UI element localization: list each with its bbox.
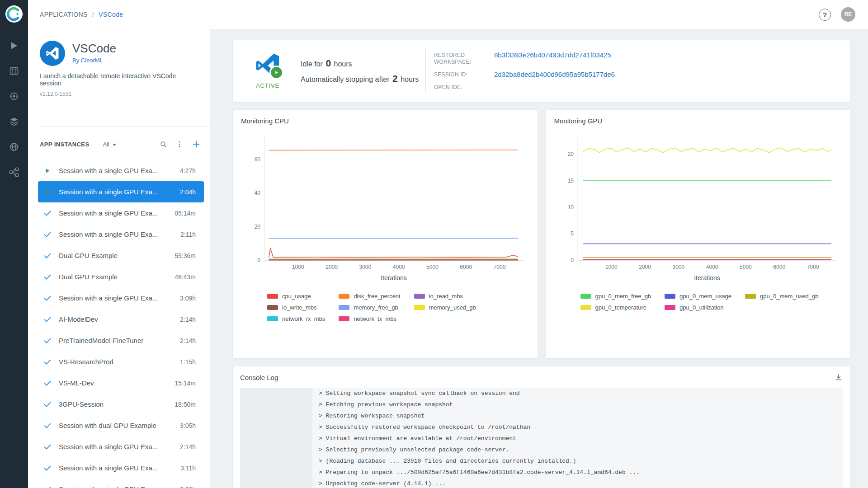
legend-label: io_write_mbs: [282, 304, 317, 311]
app-header: VSCode By ClearML: [28, 29, 210, 66]
instances-filter-dropdown[interactable]: All: [103, 141, 116, 148]
console-log-row: > (Reading database ... 23910 files and …: [240, 455, 843, 467]
instance-name: VS-ResearchProd: [59, 358, 175, 366]
download-icon[interactable]: [834, 373, 843, 382]
running-play-icon: [42, 167, 52, 174]
legend-item[interactable]: network_tx_mbs: [339, 315, 400, 322]
completed-check-icon: [42, 485, 52, 488]
svg-text:2000: 2000: [639, 264, 651, 270]
instance-duration: 4:27h: [180, 167, 196, 174]
instance-name: Dual GPU Example: [59, 252, 170, 259]
legend-item[interactable]: io_read_mbs: [414, 293, 476, 300]
idle-prefix: Idle for: [301, 60, 323, 68]
datasets-icon[interactable]: [8, 116, 20, 127]
legend-item[interactable]: network_rx_mbs: [267, 315, 325, 322]
svg-text:15: 15: [567, 178, 574, 184]
log-message: > Virtual environment are available at /…: [312, 433, 843, 444]
instance-row[interactable]: Dual GPU Example46:43m: [38, 266, 204, 287]
instance-name: Session with a single GPU Exa...: [59, 443, 175, 450]
kebab-menu-icon[interactable]: [175, 140, 184, 148]
legend-item[interactable]: gpu_0_mem_free_gb: [580, 293, 651, 300]
legend-label: memory_free_gb: [354, 304, 398, 311]
session-status-card: ACTIVE Idle for 0 hours Automatically st…: [232, 40, 851, 102]
instance-row[interactable]: 3GPU-Session18:50m: [38, 394, 204, 415]
instance-row[interactable]: Session with a single GPU Exa...2:22h: [38, 479, 204, 488]
search-icon[interactable]: [159, 140, 168, 149]
status-field-value[interactable]: 2d32ba8ded2b400d96d95a95b5177de6: [494, 70, 615, 78]
console-log-row: > Restoring workspace snapshot: [240, 410, 843, 422]
instance-row[interactable]: Session with a single GPU Exa...2:04h: [38, 181, 204, 202]
clearml-logo[interactable]: [5, 5, 23, 23]
instance-row[interactable]: Session with a single GPU Exa...4:27h: [38, 160, 204, 181]
applications-icon[interactable]: [8, 40, 20, 52]
legend-swatch: [267, 294, 278, 299]
svg-text:4000: 4000: [706, 264, 718, 270]
help-icon[interactable]: ?: [819, 9, 831, 21]
log-timestamp: [240, 444, 312, 455]
instance-row[interactable]: Dual GPU Example55:36m: [38, 245, 204, 266]
legend-item[interactable]: memory_used_gb: [414, 304, 476, 311]
legend-item[interactable]: io_write_mbs: [267, 304, 325, 311]
session-state-block: ACTIVE: [252, 53, 283, 89]
instance-duration: 2:14h: [180, 337, 196, 344]
nav-rail: [0, 0, 28, 488]
legend-item[interactable]: cpu_usage: [267, 293, 325, 300]
legend-swatch: [414, 305, 425, 310]
add-instance-button[interactable]: [191, 139, 201, 149]
svg-text:6000: 6000: [773, 264, 785, 270]
instance-duration: 18:50m: [175, 401, 196, 408]
legend-swatch: [665, 294, 675, 299]
log-timestamp: [240, 467, 312, 478]
instance-row[interactable]: Session with dual GPU Example3:05h: [38, 415, 204, 436]
status-field-value[interactable]: 8b3f3393e26b407493d7dd2741f03425: [494, 51, 615, 59]
console-log-row: > Preparing to unpack .../500d625af75a6f…: [240, 467, 843, 478]
legend-item[interactable]: disk_free_percent: [339, 293, 400, 300]
completed-check-icon: [42, 209, 52, 218]
instance-row[interactable]: PreTrainedModel-FineTuner2:14h: [38, 330, 204, 351]
idle-suffix: hours: [334, 60, 352, 68]
instance-row[interactable]: VS-ResearchProd1:15h: [38, 351, 204, 372]
by-clearml-link[interactable]: By ClearML: [72, 57, 103, 64]
log-message: > Restoring workspace snapshot: [312, 410, 843, 422]
legend-item[interactable]: gpu_0_mem_usage: [665, 293, 731, 300]
pipelines-icon[interactable]: [8, 166, 20, 178]
cpu-chart-canvas[interactable]: 02040601000200030004000500060007000Itera…: [241, 126, 529, 285]
console-log-output[interactable]: > Setting workspace snapshot sync callba…: [240, 388, 843, 488]
legend-item[interactable]: gpu_0_mem_used_gb: [745, 293, 818, 300]
instance-row[interactable]: Session with a single GPU Exa...2:11h: [38, 224, 204, 245]
instance-duration: 55:36m: [175, 252, 196, 259]
status-field-label: RESTORED WORKSPACE:: [434, 51, 494, 66]
workers-icon[interactable]: [8, 90, 20, 102]
gpu-chart-canvas[interactable]: 051015201000200030004000500060007000Iter…: [554, 126, 843, 285]
legend-item[interactable]: gpu_0_temperature: [580, 304, 651, 311]
status-field-label: SESSION ID:: [434, 70, 494, 78]
cpu-chart-legend: cpu_usagedisk_free_percentio_read_mbsio_…: [267, 293, 529, 322]
instance-row[interactable]: Session with a single GPU Exa...2:14h: [38, 436, 204, 457]
completed-check-icon: [42, 379, 52, 388]
svg-text:60: 60: [255, 156, 261, 163]
instance-row[interactable]: VS-ML-Dev15:14m: [38, 372, 204, 394]
console-log-row: > Unpacking code-server (4.14.1) ...: [240, 478, 843, 488]
legend-item[interactable]: memory_free_gb: [339, 304, 400, 311]
legend-label: gpu_0_utilization: [679, 304, 724, 311]
instance-row[interactable]: Session with a single GPU Exa...3:09h: [38, 287, 204, 309]
reports-icon[interactable]: [8, 141, 20, 153]
idle-info: Idle for 0 hours Automatically stopping …: [301, 58, 422, 84]
monitoring-cpu-card: Monitoring CPU 0204060100020003000400050…: [232, 109, 538, 359]
instance-row[interactable]: AI-ModelDev2:14h: [38, 309, 204, 330]
instance-row[interactable]: Session with a single GPU Exa...05:14m: [38, 202, 204, 224]
console-log-title: Console Log: [240, 374, 278, 381]
legend-label: gpu_0_mem_free_gb: [595, 293, 651, 300]
vscode-app-logo: [40, 41, 65, 66]
app-panel: VSCode By ClearML Launch a detachable re…: [28, 29, 210, 488]
legend-item[interactable]: gpu_0_utilization: [665, 304, 731, 311]
log-message: > Unpacking code-server (4.14.1) ...: [312, 478, 843, 488]
running-status-badge-icon: [269, 66, 283, 80]
instance-row[interactable]: Session with a single GPU Exa...3:11h: [38, 457, 204, 479]
completed-check-icon: [42, 251, 52, 260]
avatar[interactable]: RE: [841, 7, 855, 22]
projects-icon[interactable]: [8, 65, 20, 77]
breadcrumb-applications[interactable]: APPLICATIONS: [40, 11, 88, 18]
autostop-hours-value: 2: [392, 73, 399, 84]
idle-hours-value: 0: [325, 58, 332, 68]
